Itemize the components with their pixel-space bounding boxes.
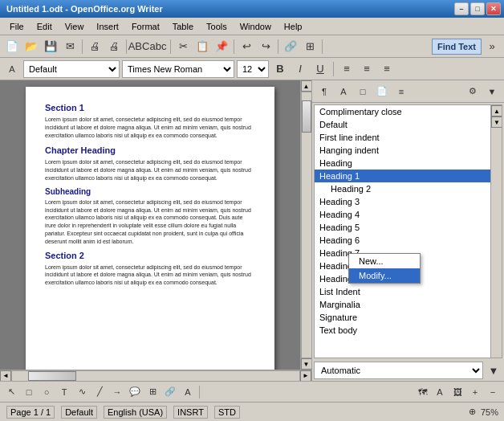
print-button[interactable]: 🖨 (105, 38, 123, 55)
style-heading6[interactable]: Heading 6 (315, 234, 502, 247)
styles-para-btn[interactable]: ¶ (315, 83, 333, 100)
styles-dropdown-arrow[interactable]: ▼ (485, 362, 502, 379)
insert-note-tool[interactable]: 💬 (127, 384, 143, 400)
menu-help[interactable]: Help (278, 20, 309, 33)
cut-button[interactable]: ✂ (174, 38, 192, 55)
copy-button[interactable]: 📋 (193, 38, 211, 55)
zoom-out-btn[interactable]: − (485, 384, 501, 400)
styles-more-btn[interactable]: ▼ (483, 83, 501, 100)
maximize-button[interactable]: □ (470, 2, 485, 15)
scroll-left-button[interactable]: ◄ (0, 370, 11, 382)
font-size-dropdown[interactable]: 12 (237, 60, 269, 78)
insert-table-tool[interactable]: ⊞ (144, 384, 161, 400)
section2-title: Section 2 (45, 251, 255, 260)
context-modify[interactable]: Modify... (349, 268, 420, 283)
scroll-thumb[interactable] (302, 100, 311, 133)
undo-button[interactable]: ↩ (238, 38, 255, 55)
styles-page-btn[interactable]: 📄 (373, 83, 391, 100)
styles-list-btn[interactable]: ≡ (392, 83, 410, 100)
menu-bar: File Edit View Insert Format Table Tools… (0, 18, 504, 35)
style-first-line[interactable]: First line indent (315, 131, 502, 144)
context-new[interactable]: New... (349, 254, 420, 268)
insert-link-tool[interactable]: 🔗 (162, 384, 178, 400)
styles-list: Complimentary close Default First line i… (315, 105, 502, 337)
style-text-body[interactable]: Text body (315, 324, 502, 337)
styles-settings-btn[interactable]: ⚙ (464, 83, 482, 100)
fontwork-tool[interactable]: A (180, 384, 196, 400)
hyperlink-button[interactable]: 🔗 (282, 38, 299, 55)
draw-text-tool[interactable]: T (56, 384, 72, 400)
spellcheck-button[interactable]: ABC (130, 38, 148, 55)
paste-button[interactable]: 📌 (213, 38, 230, 55)
menu-insert[interactable]: Insert (90, 20, 125, 33)
style-marginalia[interactable]: Marginalia (315, 298, 502, 311)
subheading-para: Lorem ipsum dolor sit amet, consectetur … (45, 198, 255, 246)
print-preview-button[interactable]: 🖨 (86, 38, 104, 55)
style-heading4[interactable]: Heading 4 (315, 208, 502, 221)
style-heading5[interactable]: Heading 5 (315, 221, 502, 234)
align-left-button[interactable]: ≡ (338, 60, 356, 78)
main-toolbar: 📄 📂 💾 ✉ 🖨 🖨 ABC abc ✂ 📋 📌 ↩ ↪ 🔗 ⊞ Find T… (0, 35, 504, 58)
sep6 (322, 39, 323, 54)
autocorrect-button[interactable]: abc (149, 38, 167, 55)
format-toolbar: A Default Times New Roman 12 B I U ≡ ≡ ≡ (0, 58, 504, 80)
expand-button[interactable]: » (483, 38, 501, 55)
underline-button[interactable]: U (311, 60, 329, 78)
close-button[interactable]: ✕ (486, 2, 501, 15)
paragraph-style-dropdown[interactable]: Default (23, 60, 120, 78)
new-button[interactable]: 📄 (3, 38, 21, 55)
styles-icon[interactable]: A (3, 60, 21, 78)
draw-ellipse-tool[interactable]: ○ (39, 384, 55, 400)
menu-edit[interactable]: Edit (30, 20, 59, 33)
style-list-indent[interactable]: List Indent (315, 285, 502, 298)
draw-curve-tool[interactable]: ∿ (74, 384, 90, 400)
styles-scroll-down[interactable]: ▼ (491, 116, 502, 128)
menu-window[interactable]: Window (234, 20, 278, 33)
scroll-track[interactable] (301, 92, 312, 358)
zoom-slider[interactable]: ⊕ (464, 404, 480, 420)
italic-button[interactable]: I (291, 60, 309, 78)
zoom-in-btn[interactable]: + (467, 384, 483, 400)
table-button[interactable]: ⊞ (301, 38, 319, 55)
menu-table[interactable]: Table (166, 20, 200, 33)
style-heading2[interactable]: New... Modify... Heading 2 (315, 182, 502, 195)
save-button[interactable]: 💾 (42, 38, 59, 55)
section2-para: Lorem ipsum dolor sit amet, consectetur … (45, 264, 255, 287)
open-button[interactable]: 📂 (22, 38, 40, 55)
align-center-button[interactable]: ≡ (358, 60, 376, 78)
email-button[interactable]: ✉ (61, 38, 79, 55)
style-hanging[interactable]: Hanging indent (315, 144, 502, 157)
menu-file[interactable]: File (3, 20, 30, 33)
styles-frame-btn[interactable]: □ (354, 83, 372, 100)
styles-filter-dropdown[interactable]: Automatic (314, 362, 483, 379)
hscroll-thumb[interactable] (28, 371, 76, 381)
sep4 (234, 39, 234, 54)
bold-button[interactable]: B (271, 60, 289, 78)
style-heading3[interactable]: Heading 3 (315, 195, 502, 208)
style-complimentary[interactable]: Complimentary close (315, 105, 502, 118)
styles-char-btn[interactable]: A (335, 83, 352, 100)
menu-view[interactable]: View (59, 20, 91, 33)
align-right-button[interactable]: ≡ (378, 60, 396, 78)
zoom-percentage[interactable]: 75% (482, 404, 498, 420)
draw-rect-tool[interactable]: □ (21, 384, 37, 400)
styles-scroll-up[interactable]: ▲ (491, 105, 502, 116)
navigator-btn[interactable]: 🗺 (414, 384, 430, 400)
menu-format[interactable]: Format (125, 20, 166, 33)
scroll-right-button[interactable]: ► (300, 370, 311, 382)
select-tool[interactable]: ↖ (3, 384, 19, 400)
menu-tools[interactable]: Tools (200, 20, 234, 33)
draw-line-tool[interactable]: ╱ (91, 384, 108, 400)
minimize-button[interactable]: – (454, 2, 469, 15)
style-signature[interactable]: Signature (315, 311, 502, 324)
style-heading[interactable]: Heading (315, 157, 502, 170)
styles-btn[interactable]: A (432, 384, 448, 400)
redo-button[interactable]: ↪ (257, 38, 274, 55)
style-default[interactable]: Default (315, 118, 502, 131)
scroll-down-button[interactable]: ▼ (301, 358, 312, 370)
draw-arrow-tool[interactable]: → (109, 384, 125, 400)
gallery-btn[interactable]: 🖼 (449, 384, 465, 400)
style-heading1[interactable]: Heading 1 (315, 170, 502, 182)
font-name-dropdown[interactable]: Times New Roman (122, 60, 234, 78)
scroll-up-button[interactable]: ▲ (301, 80, 312, 92)
